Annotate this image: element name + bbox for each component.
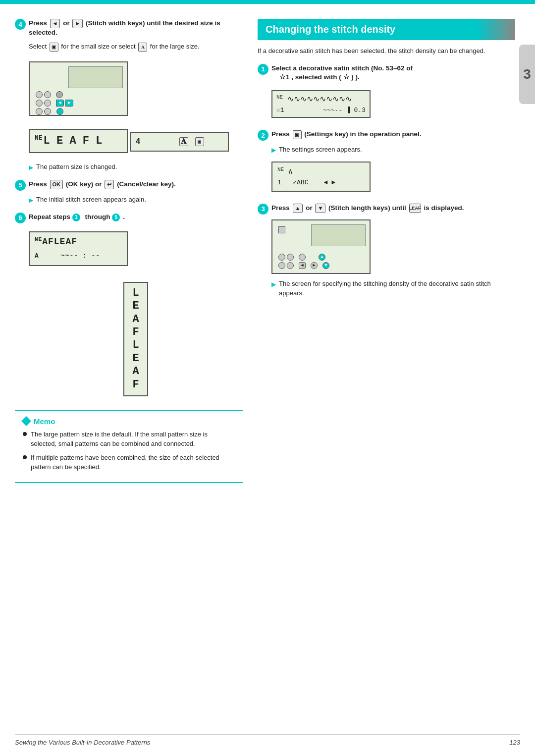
step-ref-1: 1 <box>72 214 80 221</box>
memo-header: Memo <box>23 417 235 426</box>
large-a-icon: 𝐀 <box>179 137 188 146</box>
right-step-2-body: The settings screen appears. NE ∧ 1 ✓ABC… <box>271 145 515 195</box>
leaf-icon: LEAF <box>409 204 421 213</box>
memo-text-1: The large pattern size is the default. I… <box>31 430 235 449</box>
btn-right: ► <box>65 100 73 107</box>
memo-box: Memo The large pattern size is the defau… <box>15 410 243 483</box>
font-display-step4-row2: 4 𝐀 ▣ <box>130 132 229 152</box>
font-display-step4: NEL E A F L <box>29 129 128 153</box>
right-key-icon: ► <box>72 19 83 28</box>
btn-left: ◄ <box>56 100 64 107</box>
btn-i3 <box>287 254 294 261</box>
footer-right: 123 <box>509 739 520 746</box>
right-step-1-header: 1 Select a decorative satin stitch (No. … <box>258 64 515 83</box>
cancel-key-icon: ↩ <box>105 180 114 189</box>
btn-up3: ▲ <box>319 254 325 261</box>
right-column: Changing the stitch density If a decorat… <box>258 19 515 483</box>
left-column: 4 Press ◄ or ► (Stitch width keys) until… <box>15 19 243 483</box>
pattern-display-step6: NEAFLEAF A ~~-- : -- <box>29 231 128 266</box>
step-2-arrow: The settings screen appears. <box>271 145 515 155</box>
vertical-pattern-display: LEAFLEAF <box>123 282 148 396</box>
step-6-header: 6 Repeat steps 1 through 5. <box>15 213 243 223</box>
step-5-arrow-text: The initial stitch screen appears again. <box>36 195 146 205</box>
step-4-body: Select ▣ for the small size or select 𝐀 … <box>29 42 243 172</box>
footer-left: Sewing the Various Built-In Decorative P… <box>15 739 150 746</box>
btn-dn2 <box>44 108 51 115</box>
step-2-arrow-text: The settings screen appears. <box>279 145 362 155</box>
chapter-tab: 3 <box>519 45 535 104</box>
memo-item-1: The large pattern size is the default. I… <box>23 430 235 449</box>
step-4-arrow-text: The pattern size is changed. <box>36 162 117 172</box>
right-step-3-circle: 3 <box>258 204 268 215</box>
memo-item-2: If multiple patterns have been combined,… <box>23 453 235 472</box>
left-key-icon: ◄ <box>50 19 60 28</box>
step-6-heading: Repeat steps 1 through 5. <box>29 213 125 222</box>
step-5-header: 5 Press OK (OK key) or ↩ (Cancel/clear k… <box>15 180 243 191</box>
stitch-preview-display: NE ∿∿∿∿∿∿∿∿∿∿ ☆1 ~~~-- ▐ 0.3 <box>271 90 371 118</box>
right-step-1-body: NE ∿∿∿∿∿∿∿∿∿∿ ☆1 ~~~-- ▐ 0.3 <box>271 86 515 122</box>
machine-lcd-step3: ▲ ◄ ► ▼ <box>271 219 371 274</box>
top-bar <box>0 0 535 4</box>
step-5-circle: 5 <box>15 180 26 191</box>
step-5-heading: Press OK (OK key) or ↩ (Cancel/clear key… <box>29 180 176 189</box>
memo-diamond-icon <box>21 417 31 427</box>
step-5-arrow: The initial stitch screen appears again. <box>29 195 243 205</box>
settings-key-icon: ▣ <box>293 130 302 139</box>
btn-down-arrow <box>56 108 63 115</box>
large-icon: 𝐀 <box>138 43 147 52</box>
step-3-arrow-text: The screen for specifying the stitching … <box>279 279 515 298</box>
section-title: Changing the stitch density <box>266 24 395 35</box>
right-step-3-heading: Press ▲ or ▼ (Stitch length keys) until … <box>271 204 464 213</box>
right-step-1-heading: Select a decorative satin stitch (No. 53… <box>271 64 413 83</box>
machine-lcd-1: ◄ ► <box>29 61 128 116</box>
btn-dots3 <box>299 254 306 261</box>
ok-key-icon: OK <box>50 180 63 189</box>
right-step-3-header: 3 Press ▲ or ▼ (Stitch length keys) unti… <box>258 204 515 215</box>
right-step-2-heading: Press ▣ (Settings key) in the operation … <box>271 130 422 139</box>
btn-ii <box>44 100 51 107</box>
small-icon: ▣ <box>50 43 58 52</box>
bullet-2 <box>23 455 27 459</box>
settings-screen-display: NE ∧ 1 ✓ABC ◄ ► <box>271 162 371 191</box>
step-4-circle: 4 <box>15 19 26 30</box>
btn-x3 <box>278 254 285 261</box>
machine-display-step4: ◄ ► <box>29 56 243 157</box>
btn-square-3 <box>278 226 285 233</box>
step-4-arrow: The pattern size is changed. <box>29 162 243 172</box>
step-3-arrow: The screen for specifying the stitching … <box>271 279 515 298</box>
bullet-1 <box>23 432 27 436</box>
btn-left3: ◄ <box>299 262 306 269</box>
page-footer: Sewing the Various Built-In Decorative P… <box>15 734 520 746</box>
btn-i <box>44 91 51 98</box>
step-ref-5: 5 <box>112 214 120 221</box>
right-step-2-circle: 2 <box>258 130 268 141</box>
machine-display-step3: ▲ ◄ ► ▼ <box>271 219 515 274</box>
step-4-header: 4 Press ◄ or ► (Stitch width keys) until… <box>15 19 243 38</box>
memo-text-2: If multiple patterns have been combined,… <box>31 453 235 472</box>
small-a-icon: ▣ <box>195 137 204 146</box>
right-step-1-circle: 1 <box>258 64 268 75</box>
page-content: 4 Press ◄ or ► (Stitch width keys) until… <box>0 4 535 498</box>
btn-dots <box>56 91 63 98</box>
step-4-heading: Press ◄ or ► (Stitch width keys) until t… <box>29 19 243 38</box>
step-6-body: NEAFLEAF A ~~-- : -- LEAFLEAF <box>29 227 243 400</box>
right-step-2-header: 2 Press ▣ (Settings key) in the operatio… <box>258 130 515 141</box>
up-key-icon: ▲ <box>293 204 303 213</box>
btn-ii3 <box>287 262 294 269</box>
btn-x <box>36 91 43 98</box>
step-6-circle: 6 <box>15 213 26 223</box>
btn-v <box>36 100 43 107</box>
section-heading: Changing the stitch density <box>258 19 515 40</box>
btn-dn3: ▼ <box>322 262 329 269</box>
right-step-3-body: ▲ ◄ ► ▼ <box>271 219 515 298</box>
btn-right3: ► <box>311 262 318 269</box>
step-5-body: The initial stitch screen appears again. <box>29 195 243 205</box>
down-key-icon: ▼ <box>315 204 325 213</box>
section-intro: If a decorative satin stitch has been se… <box>258 46 515 56</box>
inner-screen-3 <box>311 224 366 246</box>
memo-title: Memo <box>34 417 55 426</box>
btn-v3 <box>278 262 285 269</box>
inner-screen-1 <box>68 66 123 88</box>
btn-up2 <box>36 108 43 115</box>
